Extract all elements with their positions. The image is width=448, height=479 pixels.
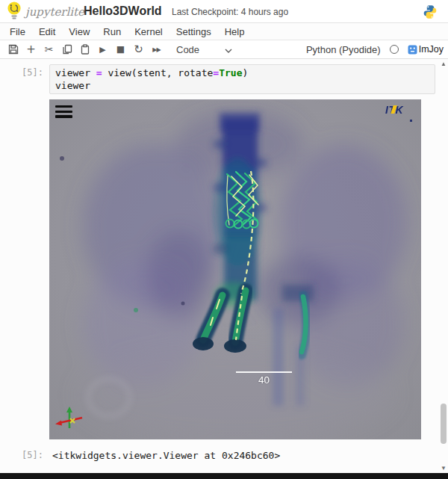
notebook-title[interactable]: Hello3DWorld xyxy=(84,4,162,18)
notebook-toolbar: + ✂ ▶ ■ ↻ ▶▶ Code Python xyxy=(0,40,448,59)
menu-item-kernel[interactable]: Kernel xyxy=(128,26,169,37)
jupyterlite-app: jupyterlite Hello3DWorld Last Checkpoint… xyxy=(0,0,448,479)
copy-cell-icon[interactable] xyxy=(58,42,75,57)
menu-bar: File Edit View Run Kernel Settings Help xyxy=(0,23,448,40)
kernel-name[interactable]: Python (Pyodide) xyxy=(306,44,381,55)
imjoy-icon xyxy=(408,45,417,55)
menu-item-help[interactable]: Help xyxy=(218,26,252,37)
scale-bar: 40 xyxy=(236,371,292,386)
menu-item-edit[interactable]: Edit xyxy=(32,26,62,37)
kernel-status-indicator[interactable] xyxy=(390,45,399,54)
cell-output-text: <itkwidgets.viewer.Viewer at 0x246bc60> xyxy=(52,450,280,461)
menu-item-settings[interactable]: Settings xyxy=(169,26,218,37)
menu-item-view[interactable]: View xyxy=(62,26,96,37)
volume-rendering xyxy=(49,99,421,439)
stop-icon[interactable]: ■ xyxy=(112,42,129,57)
cell-type-value: Code xyxy=(176,44,199,55)
jupyterlite-bulb-icon xyxy=(6,1,22,23)
itk-viewer-canvas[interactable]: ITK 40 xyxy=(49,99,421,439)
scale-bar-line xyxy=(236,371,292,373)
menu-item-run[interactable]: Run xyxy=(96,26,128,37)
bottom-bar xyxy=(0,473,448,479)
restart-kernel-icon[interactable]: ↻ xyxy=(130,42,147,57)
jupyterlite-logo[interactable]: jupyterlite xyxy=(6,2,81,22)
input-prompt: [5]: xyxy=(0,67,43,78)
code-cell-editor[interactable]: viewer = view(stent, rotate=True) viewer xyxy=(49,64,435,94)
imjoy-button[interactable]: ImJoy xyxy=(408,44,444,55)
jupyterlite-wordmark: jupyterlite xyxy=(25,5,84,19)
python-logo-icon xyxy=(423,4,438,19)
cell-type-dropdown[interactable]: Code xyxy=(176,44,232,55)
scale-bar-label: 40 xyxy=(236,374,292,386)
run-icon[interactable]: ▶ xyxy=(94,42,111,57)
notebook-area: [5]: viewer = view(stent, rotate=True) v… xyxy=(0,59,448,473)
orientation-axes-icon xyxy=(54,404,85,435)
viewer-menu-hamburger-icon[interactable] xyxy=(55,105,72,118)
add-cell-icon[interactable]: + xyxy=(22,42,40,57)
title-bar: jupyterlite Hello3DWorld Last Checkpoint… xyxy=(0,0,448,23)
code-line-1: viewer = view(stent, rotate=True) xyxy=(55,67,429,80)
scrollbar-up-icon[interactable]: ▲ xyxy=(441,61,447,67)
imjoy-label: ImJoy xyxy=(419,44,444,55)
itk-logo-dot xyxy=(410,120,413,123)
checkpoint-status: Last Checkpoint: 4 hours ago xyxy=(172,7,288,17)
paste-cell-icon[interactable] xyxy=(76,42,93,57)
itk-logo: ITK xyxy=(385,104,414,122)
cut-cell-icon[interactable]: ✂ xyxy=(40,42,57,57)
chevron-down-icon xyxy=(225,44,232,55)
save-icon[interactable] xyxy=(4,42,22,57)
output-prompt: [5]: xyxy=(0,450,43,460)
scrollbar-thumb[interactable] xyxy=(441,404,447,444)
menu-item-file[interactable]: File xyxy=(3,26,32,37)
scrollbar-down-icon[interactable]: ▼ xyxy=(441,465,447,472)
run-all-icon[interactable]: ▶▶ xyxy=(148,42,165,57)
code-line-2: viewer xyxy=(55,80,429,93)
